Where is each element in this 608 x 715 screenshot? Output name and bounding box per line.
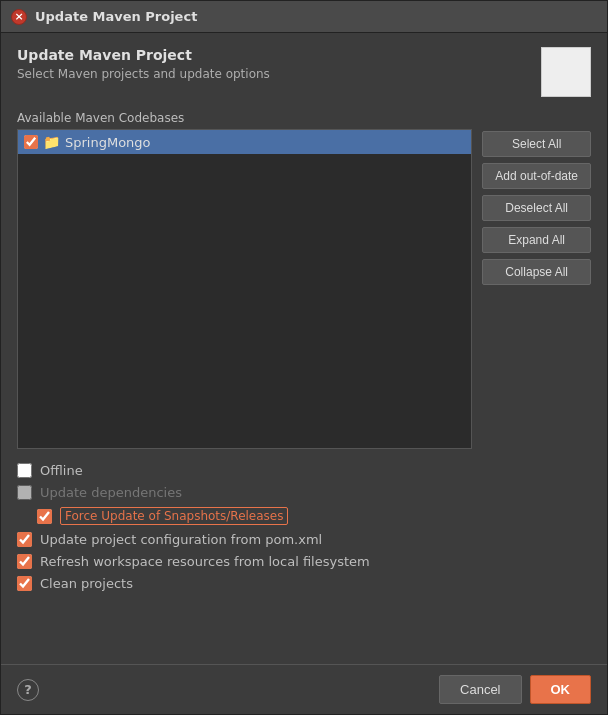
collapse-all-button[interactable]: Collapse All <box>482 259 591 285</box>
label-update-project-config: Update project configuration from pom.xm… <box>40 532 322 547</box>
cancel-button[interactable]: Cancel <box>439 675 521 704</box>
option-offline[interactable]: Offline <box>17 463 591 478</box>
dialog-footer: ? Cancel OK <box>1 664 607 714</box>
checkbox-update-project-config[interactable] <box>17 532 32 547</box>
dialog: × Update Maven Project Update Maven Proj… <box>0 0 608 715</box>
option-clean-projects[interactable]: Clean projects <box>17 576 591 591</box>
close-button[interactable]: × <box>11 9 27 25</box>
footer-buttons: Cancel OK <box>439 675 591 704</box>
expand-all-button[interactable]: Expand All <box>482 227 591 253</box>
title-bar-text: Update Maven Project <box>35 9 197 24</box>
dialog-header-left: Update Maven Project Select Maven projec… <box>17 47 270 81</box>
select-all-button[interactable]: Select All <box>482 131 591 157</box>
option-update-project-config[interactable]: Update project configuration from pom.xm… <box>17 532 591 547</box>
checkbox-clean-projects[interactable] <box>17 576 32 591</box>
label-force-update: Force Update of Snapshots/Releases <box>60 507 288 525</box>
options-area: Offline Update dependencies Force Update… <box>1 449 607 597</box>
checkbox-force-update[interactable] <box>37 509 52 524</box>
dialog-header: Update Maven Project Select Maven projec… <box>1 33 607 107</box>
project-name: SpringMongo <box>65 135 151 150</box>
codebases-label: Available Maven Codebases <box>1 107 607 129</box>
projects-area: 📁 SpringMongo Select All Add out-of-date… <box>1 129 607 449</box>
maven-logo <box>541 47 591 97</box>
project-item[interactable]: 📁 SpringMongo <box>18 130 471 154</box>
close-icon: × <box>14 10 23 23</box>
ok-button[interactable]: OK <box>530 675 592 704</box>
dialog-subtitle: Select Maven projects and update options <box>17 67 270 81</box>
project-icon: 📁 <box>43 134 60 150</box>
checkbox-update-dependencies[interactable] <box>17 485 32 500</box>
option-update-dependencies: Update dependencies <box>17 485 591 500</box>
label-update-dependencies: Update dependencies <box>40 485 182 500</box>
add-out-of-date-button[interactable]: Add out-of-date <box>482 163 591 189</box>
option-refresh-workspace[interactable]: Refresh workspace resources from local f… <box>17 554 591 569</box>
checkbox-refresh-workspace[interactable] <box>17 554 32 569</box>
label-offline: Offline <box>40 463 83 478</box>
deselect-all-button[interactable]: Deselect All <box>482 195 591 221</box>
help-button[interactable]: ? <box>17 679 39 701</box>
option-force-update[interactable]: Force Update of Snapshots/Releases <box>17 507 591 525</box>
side-buttons: Select All Add out-of-date Deselect All … <box>482 129 591 449</box>
label-refresh-workspace: Refresh workspace resources from local f… <box>40 554 370 569</box>
dialog-title: Update Maven Project <box>17 47 270 63</box>
help-icon: ? <box>24 682 32 697</box>
project-checkbox[interactable] <box>24 135 38 149</box>
checkbox-offline[interactable] <box>17 463 32 478</box>
label-clean-projects: Clean projects <box>40 576 133 591</box>
projects-list[interactable]: 📁 SpringMongo <box>17 129 472 449</box>
title-bar: × Update Maven Project <box>1 1 607 33</box>
